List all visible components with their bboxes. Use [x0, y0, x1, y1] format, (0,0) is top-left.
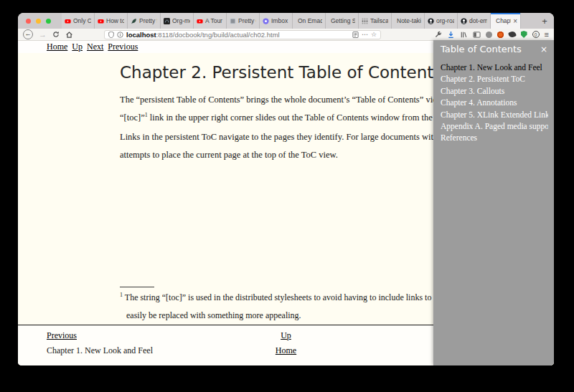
browser-tab[interactable]: On Emacs — [293, 13, 326, 29]
toc-panel: Table of Contents × Chapter 1. New Look … — [433, 40, 554, 365]
github-favicon-icon — [461, 18, 467, 24]
browser-tab[interactable]: Only Con — [62, 13, 95, 29]
youtube-favicon-icon — [98, 18, 104, 24]
toc-panel-title: Table of Contents — [441, 44, 522, 54]
tab-label: A Tour o — [205, 17, 223, 24]
tab-label: On Emacs — [298, 17, 322, 24]
tab-label: dot-ema — [469, 17, 487, 24]
browser-tab[interactable]: Getting Star — [326, 13, 359, 29]
tab-label: Tailscale — [370, 17, 388, 24]
download-icon[interactable] — [447, 31, 455, 39]
toc-item[interactable]: Chapter 3. Callouts — [441, 85, 548, 97]
browser-tab[interactable]: Pretty C — [227, 13, 260, 29]
tab-label: Pretty C — [238, 17, 256, 24]
back-button[interactable]: ← — [23, 29, 33, 39]
top-nav-home-link[interactable]: Home — [47, 42, 67, 52]
footnote-separator — [120, 287, 154, 287]
browser-tab[interactable]: How to p — [95, 13, 128, 29]
browser-window: Only ConHow to pPretty foOrg-modA Tour o… — [18, 13, 554, 365]
toc-item[interactable]: Appendix A. Paged media support — [441, 120, 548, 132]
browser-tab[interactable]: dot-ema — [458, 13, 491, 29]
close-window-button[interactable] — [26, 19, 31, 24]
toc-panel-header: Table of Contents × — [433, 40, 554, 57]
tab-bar: Only ConHow to pPretty foOrg-modA Tour o… — [18, 13, 554, 29]
toc-item[interactable]: Chapter 5. XLink Extended Links — [441, 109, 548, 120]
footer-up-link[interactable]: Up — [281, 330, 291, 340]
browser-tab[interactable]: A Tour o — [194, 13, 227, 29]
url-bar[interactable]: localhost:8118/docbook/tng/build/actual/… — [104, 30, 381, 39]
tab-label: Only Con — [73, 17, 91, 24]
home-button[interactable] — [65, 31, 73, 39]
browser-tab[interactable]: Tailscale — [359, 13, 392, 29]
navigation-toolbar: ← → localhost:8118/docbook/tng/build/act… — [18, 29, 554, 41]
url-host: localhost — [126, 31, 156, 39]
site-info-icon[interactable] — [117, 32, 123, 38]
browser-tab[interactable]: Imbox — [260, 13, 293, 29]
photo-favicon-icon — [230, 18, 236, 24]
footer-home-link[interactable]: Home — [276, 345, 296, 355]
forward-button[interactable]: → — [39, 31, 47, 39]
top-nav-previous-link[interactable]: Previous — [108, 42, 138, 52]
toc-item[interactable]: Chapter 2. Persistent ToC — [441, 73, 548, 85]
tab-label: org-roam — [436, 17, 454, 24]
page-title: Chapter 2. Persistent Table of Contents — [120, 63, 442, 82]
footnote-marker[interactable]: 1 — [120, 292, 123, 298]
github-favicon-icon — [428, 18, 434, 24]
youtube-favicon-icon — [197, 18, 203, 24]
imbox-favicon-icon — [263, 18, 269, 24]
tab-label: How to p — [106, 17, 124, 24]
tab-label: Note-taking — [397, 17, 421, 24]
toc-item[interactable]: Chapter 1. New Look and Feel — [441, 62, 548, 73]
window-controls — [18, 13, 62, 29]
adguard-extension-icon[interactable] — [521, 31, 527, 38]
toc-item[interactable]: References — [441, 132, 548, 143]
reader-mode-icon[interactable] — [352, 32, 359, 38]
bookmark-star-icon[interactable]: ☆ — [371, 31, 377, 38]
tab-label: Pretty fo — [139, 17, 157, 24]
reload-icon — [52, 31, 60, 38]
circled-zero-extension-icon[interactable]: 0 — [532, 31, 540, 38]
ghostery-extension-icon[interactable] — [486, 32, 492, 38]
url-path: :8118/docbook/tng/build/actual/ch02.html — [156, 31, 280, 39]
reload-button[interactable] — [52, 31, 60, 38]
org-mode-favicon-icon — [164, 18, 170, 24]
library-icon[interactable] — [460, 31, 468, 39]
pocket-extension-icon[interactable] — [497, 32, 504, 38]
browser-tab[interactable]: Org-mod — [161, 13, 194, 29]
top-nav-up-link[interactable]: Up — [72, 42, 83, 52]
toc-item[interactable]: Chapter 4. Annotations — [441, 97, 548, 108]
menu-hamburger-icon[interactable]: ≡ — [545, 31, 549, 39]
tailscale-favicon-icon — [362, 18, 368, 24]
browser-tab-active[interactable]: Chapter 2× — [491, 13, 521, 29]
toc-list: Chapter 1. New Look and Feel Chapter 2. … — [433, 62, 554, 144]
feather-favicon-icon — [131, 18, 137, 24]
tab-label: Getting Star — [331, 17, 355, 24]
zoom-window-button[interactable] — [46, 19, 51, 24]
new-tab-button[interactable]: + — [535, 13, 554, 29]
youtube-favicon-icon — [65, 18, 71, 24]
tab-label: Chapter 2 — [496, 17, 511, 24]
browser-tab[interactable]: Pretty fo — [128, 13, 161, 29]
tracking-shield-icon[interactable] — [108, 32, 114, 38]
top-nav-next-link[interactable]: Next — [87, 42, 103, 52]
tab-label: Imbox — [271, 17, 289, 24]
home-icon — [65, 31, 73, 39]
tab-strip: Only ConHow to pPretty foOrg-modA Tour o… — [62, 13, 535, 29]
minimize-window-button[interactable] — [36, 19, 41, 24]
toc-close-icon[interactable]: × — [540, 44, 547, 54]
url-text: localhost:8118/docbook/tng/build/actual/… — [126, 31, 349, 39]
page-actions-icon[interactable]: ⋯ — [362, 31, 368, 38]
toolbar-extensions: 0 ≡ — [434, 31, 549, 39]
stylus-extension-icon[interactable] — [508, 31, 517, 39]
tab-close-icon[interactable]: × — [513, 17, 517, 25]
sidebar-toggle-icon[interactable] — [473, 31, 481, 39]
developer-wrench-icon[interactable] — [434, 31, 442, 39]
tab-label: Org-mod — [172, 17, 190, 24]
browser-tab[interactable]: org-roam — [425, 13, 458, 29]
browser-tab[interactable]: Note-taking — [392, 13, 425, 29]
